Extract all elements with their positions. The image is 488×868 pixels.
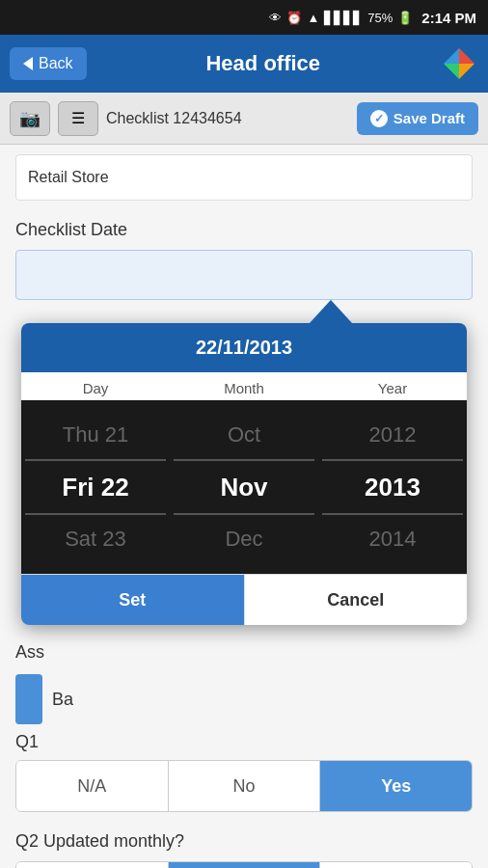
day-column[interactable]: Thu 21 Fri 22 Sat 23 (21, 400, 170, 574)
list-button[interactable]: ☰ (58, 101, 98, 136)
q2-answers: N/A No Yes (15, 861, 473, 868)
svg-marker-6 (459, 64, 474, 79)
ass-section: Ass (15, 635, 473, 666)
month-selected: Nov (170, 461, 318, 513)
day-selected: Fri 22 (21, 461, 170, 513)
list-icon: ☰ (71, 109, 85, 127)
battery-icon: 🔋 (397, 11, 413, 25)
status-icons: 👁 ⏰ ▲ ▋▋▋▋ 75% 🔋 2:14 PM (269, 10, 476, 26)
q2-no-button[interactable]: No (169, 862, 321, 868)
q1-na-button[interactable]: N/A (16, 761, 169, 811)
status-bar: 👁 ⏰ ▲ ▋▋▋▋ 75% 🔋 2:14 PM (0, 0, 488, 35)
main-content: Checklist Date 22/11/2013 Day Month Year… (0, 145, 488, 868)
q1-yes-button[interactable]: Yes (320, 761, 472, 811)
ba-section: Ba (15, 674, 473, 724)
datepicker-col-headers: Day Month Year (21, 372, 467, 400)
day-col-label: Day (21, 380, 170, 396)
eye-icon: 👁 (269, 11, 282, 25)
svg-marker-2 (459, 48, 474, 64)
year-next: 2014 (318, 513, 467, 565)
save-draft-button[interactable]: Save Draft (357, 102, 478, 135)
alarm-icon: ⏰ (286, 11, 302, 25)
set-button[interactable]: Set (21, 575, 244, 625)
checklist-id: Checklist 12434654 (106, 110, 349, 127)
year-selected: 2013 (318, 461, 467, 513)
q1-answers: N/A No Yes (15, 760, 473, 812)
app-logo (440, 44, 478, 83)
day-prev: Thu 21 (21, 409, 170, 461)
ass-label: Ass (15, 642, 44, 663)
battery-text: 75% (367, 11, 393, 25)
month-col-label: Month (170, 380, 318, 396)
q2-na-button[interactable]: N/A (16, 862, 169, 868)
q2-section: Q2 Updated monthly? N/A No Yes (15, 831, 473, 868)
q1-section: Q1 N/A No Yes (15, 732, 473, 812)
svg-marker-3 (444, 64, 459, 79)
datepicker-buttons: Set Cancel (21, 574, 467, 625)
date-picker-wrapper: 22/11/2013 Day Month Year Thu 21 Fri 22 … (15, 250, 473, 625)
datepicker-header: 22/11/2013 (21, 323, 467, 372)
year-prev: 2012 (318, 409, 467, 461)
datepicker-arrow (310, 300, 352, 323)
q2-yes-button[interactable]: Yes (320, 862, 472, 868)
date-input[interactable] (15, 250, 473, 300)
datepicker-date: 22/11/2013 (196, 337, 292, 358)
ba-label: Ba (52, 690, 73, 710)
blue-indicator (15, 674, 42, 724)
wifi-icon: ▲ (307, 11, 319, 25)
q1-no-button[interactable]: No (169, 761, 321, 811)
nav-bar: Back Head office (0, 35, 488, 93)
back-chevron-icon (23, 57, 33, 70)
month-next: Dec (170, 513, 318, 565)
checklist-date-label: Checklist Date (15, 220, 473, 240)
camera-button[interactable]: 📷 (10, 101, 50, 136)
day-next: Sat 23 (21, 513, 170, 565)
datepicker-scroll[interactable]: Thu 21 Fri 22 Sat 23 Oct Nov Dec 2012 20… (21, 400, 467, 574)
save-draft-label: Save Draft (393, 110, 465, 126)
back-label: Back (39, 55, 73, 72)
year-column[interactable]: 2012 2013 2014 (318, 400, 467, 574)
back-button[interactable]: Back (10, 47, 87, 80)
datepicker: 22/11/2013 Day Month Year Thu 21 Fri 22 … (21, 323, 467, 625)
signal-icon: ▋▋▋▋ (324, 11, 363, 25)
page-title: Head office (205, 51, 320, 76)
time-display: 2:14 PM (421, 10, 476, 26)
q2-label: Q2 Updated monthly? (15, 831, 473, 852)
toolbar: 📷 ☰ Checklist 12434654 Save Draft (0, 93, 488, 145)
year-col-label: Year (318, 380, 467, 396)
camera-icon: 📷 (19, 108, 41, 129)
retail-store-input[interactable] (15, 154, 473, 201)
month-column[interactable]: Oct Nov Dec (170, 400, 318, 574)
checkmark-icon (370, 110, 388, 127)
month-prev: Oct (170, 409, 318, 461)
q1-label: Q1 (15, 732, 39, 752)
svg-marker-5 (444, 48, 459, 64)
cancel-button[interactable]: Cancel (244, 575, 468, 625)
